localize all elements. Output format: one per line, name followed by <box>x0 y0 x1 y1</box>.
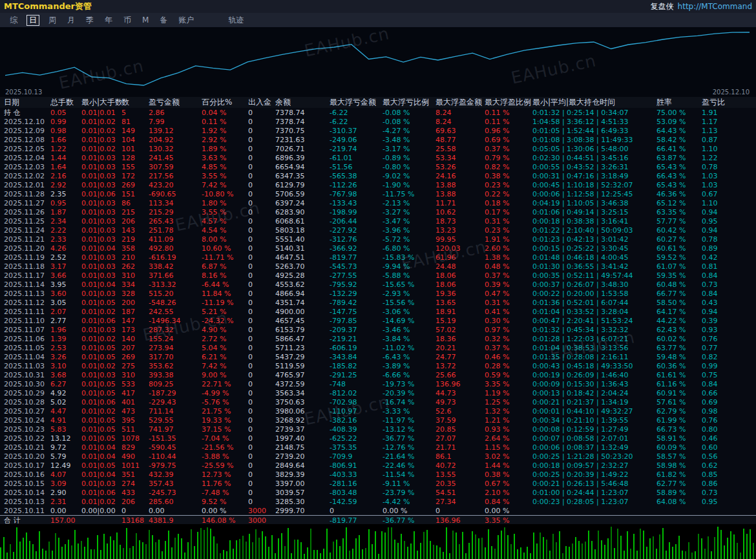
table-row[interactable]: 2025.10.164.070.01|0.04351432.3912.73 %0… <box>0 470 756 479</box>
cell-pl-amount: 711.14 <box>149 407 202 416</box>
chart-end-date: 2025.12.10 <box>713 89 750 96</box>
table-row[interactable]: 2025.10.285.020.01|0.06401-229.43-5.76 %… <box>0 397 756 406</box>
cell-pl-pct: 9.52 % <box>202 498 248 506</box>
cell-inout: 0 <box>248 380 275 388</box>
column-header: 余额 <box>275 97 330 108</box>
cell-count: 269 <box>121 181 149 189</box>
cell-max-float-profit-pct: 0.82 % <box>485 163 532 171</box>
table-row[interactable]: 2025.11.143.950.01|0.04334-313.32-6.44 %… <box>0 280 756 289</box>
cell-inout: 0 <box>248 498 275 506</box>
table-row[interactable]: 2025.10.219.720.01|0.04829-590.45-21.56 … <box>0 443 756 452</box>
table-row[interactable]: 2025.11.071.960.01|0.03173287.324.90 %06… <box>0 325 756 334</box>
table-row[interactable]: 2025.10.153.090.01|0.03274357.4311.76 %0… <box>0 479 756 488</box>
table-row[interactable]: 2025.10.2213.120.01|0.051078-151.35-7.04… <box>0 434 756 443</box>
volume-bar <box>507 535 509 559</box>
cell-hold-times: 0:01:23 | 0:42:13 | 3:01:42 <box>532 235 656 244</box>
table-row[interactable]: 持 仓0.050.01|0.0152.860.04 %07378.74-6.22… <box>0 108 756 117</box>
cell-pl-pct: 3.55 % <box>202 208 248 216</box>
table-row[interactable]: 2025.10.205.790.01|0.04490-110.44-3.88 %… <box>0 452 756 461</box>
table-row[interactable]: 2025.10.110.000.00|0.0000.000.00 %300029… <box>0 506 756 515</box>
cell-max-float-profit: 18.73 <box>436 217 485 226</box>
cell-pl-ratio: 1.22 <box>702 154 740 162</box>
table-row[interactable]: 2025.12.031.640.01|0.03155307.594.85 %06… <box>0 162 756 171</box>
table-row[interactable]: 2025.12.090.980.01|0.02149139.121.92 %07… <box>0 126 756 135</box>
tab-轨迹[interactable]: 轨迹 <box>226 16 246 25</box>
column-header: 百分比% <box>202 97 248 108</box>
table-row[interactable]: 2025.12.051.220.01|0.02101130.321.89 %07… <box>0 144 756 153</box>
tab-M[interactable]: M <box>140 16 151 25</box>
table-row[interactable]: 2025.11.043.260.01|0.05269317.706.21 %05… <box>0 352 756 361</box>
tab-周[interactable]: 周 <box>47 16 58 25</box>
tab-年[interactable]: 年 <box>103 16 114 25</box>
volume-bar <box>698 534 699 559</box>
volume-bar <box>640 529 641 559</box>
table-row[interactable]: 2025.11.112.070.01|0.02187242.555.21 %04… <box>0 307 756 316</box>
cell-date: 2025.11.18 <box>4 262 50 271</box>
table-row[interactable]: 2025.11.252.340.01|0.03206265.434.57 %06… <box>0 216 756 226</box>
cell-max-float-loss-pct: -36.77 % <box>383 434 436 443</box>
table-row[interactable]: 2025.11.242.220.01|0.03143251.784.54 %05… <box>0 226 756 235</box>
cell-win-rate: 59.52 % <box>656 253 702 262</box>
table-row[interactable]: 2025.10.132.310.01|0.02206285.609.52 %03… <box>0 497 756 506</box>
tab-季[interactable]: 季 <box>84 16 96 25</box>
tab-日[interactable]: 日 <box>26 15 39 26</box>
table-row[interactable]: 2025.10.142.900.01|0.06433-245.73-7.48 %… <box>0 488 756 497</box>
cell-lots: 2.52 <box>50 253 81 262</box>
table-row[interactable]: 2025.10.235.830.01|0.05511741.9737.15 %0… <box>0 425 756 434</box>
total-row[interactable]: 合 计157.00131684381.9146.08 %3000-819.77-… <box>0 515 756 524</box>
cell-pl-amount: 371.66 <box>149 271 202 280</box>
cell-max-float-profit-pct: 3.02 % <box>485 452 532 461</box>
table-row[interactable]: 2025.10.244.910.01|0.05395529.5519.33 %0… <box>0 416 756 425</box>
brand-url-link[interactable]: http://MTCommand <box>678 2 752 11</box>
tab-备[interactable]: 备 <box>158 16 169 25</box>
cell-max-float-profit: 24.77 <box>436 353 485 361</box>
cell-win-rate: 63.35 % <box>656 208 702 216</box>
table-row[interactable]: 2025.11.204.260.01|0.04358492.8010.60 %0… <box>0 244 756 253</box>
table-row[interactable]: 2025.11.123.050.01|0.05200-548.26-11.19 … <box>0 298 756 307</box>
table-row[interactable]: 2025.11.102.770.01|0.06147-1496.34-24.32… <box>0 316 756 325</box>
table-row[interactable]: 2025.11.061.390.01|0.02140155.242.72 %05… <box>0 334 756 343</box>
table-row[interactable]: 2025.11.270.950.01|0.0386113.341.80 %063… <box>0 198 756 207</box>
tab-账户[interactable]: 账户 <box>176 16 196 25</box>
table-row[interactable]: 2025.10.1712.490.01|0.051011-979.75-25.5… <box>0 461 756 470</box>
table-row[interactable]: 2025.10.274.470.01|0.02473711.1421.75 %0… <box>0 406 756 416</box>
table-row[interactable]: 2025.11.261.870.01|0.03215215.293.55 %06… <box>0 207 756 216</box>
table-row[interactable]: 2025.11.212.330.01|0.03219411.098.00 %05… <box>0 235 756 244</box>
table-row[interactable]: 2025.11.133.600.01|0.03328515.2011.84 %0… <box>0 289 756 298</box>
cell-pl-amount: 317.70 <box>149 353 202 361</box>
table-row[interactable]: 2025.12.041.440.01|0.03128241.453.63 %06… <box>0 153 756 162</box>
cell-balance: 2739.37 <box>275 425 330 434</box>
cell-max-float-loss-pct: -3.96 % <box>383 226 436 235</box>
cell-lots: 9.72 <box>50 443 81 452</box>
cell-hold-times: 0:01:30 | 0:36:55 | 3:41:42 <box>532 262 656 271</box>
cell-max-float-profit: 27.34 <box>436 498 485 506</box>
table-row[interactable]: 2025.12.100.990.01|0.02817.990.11 %07378… <box>0 117 756 126</box>
table-row[interactable]: 2025.11.192.520.01|0.03210-616.19-11.71 … <box>0 253 756 262</box>
table-row[interactable]: 2025.12.022.160.01|0.03172217.563.55 %06… <box>0 171 756 180</box>
tab-币[interactable]: 币 <box>121 16 133 25</box>
table-row[interactable]: 2025.10.294.920.01|0.05417-187.29-4.99 %… <box>0 388 756 397</box>
tab-月[interactable]: 月 <box>65 16 77 25</box>
table-row[interactable]: 2025.11.282.350.01|0.06151-690.65-10.80 … <box>0 189 756 198</box>
table-row[interactable]: 2025.11.173.660.01|0.03310371.668.16 %04… <box>0 271 756 280</box>
cell-max-float-loss: -795.92 <box>330 280 383 289</box>
cell-inout: 0 <box>248 226 275 235</box>
tab-综[interactable]: 综 <box>8 16 19 25</box>
cell-lots: 3.10 <box>50 362 81 370</box>
cell-pl-pct: -6.44 % <box>202 280 248 289</box>
table-row[interactable]: 2025.12.012.920.01|0.03269423.207.42 %06… <box>0 180 756 189</box>
cell-pl-ratio: 0.62 <box>702 461 740 470</box>
cell-max-float-profit-pct: 0.23 % <box>485 226 532 235</box>
table-row[interactable]: 2025.11.183.170.01|0.03262338.426.87 %05… <box>0 262 756 271</box>
cell-count: 274 <box>121 480 149 488</box>
table-row[interactable]: 2025.10.313.680.01|0.03310393.389.00 %04… <box>0 370 756 379</box>
volume-bar <box>384 533 386 559</box>
cell-pl-ratio: 0.89 <box>702 244 740 253</box>
table-row[interactable]: 2025.11.033.100.01|0.02275353.627.42 %05… <box>0 361 756 370</box>
table-row[interactable]: 2025.10.306.270.01|0.05533809.2522.71 %0… <box>0 379 756 388</box>
table-row[interactable]: 2025.12.081.660.01|0.03104204.922.92 %07… <box>0 135 756 144</box>
table-row[interactable]: 2025.11.052.530.01|0.05207273.945.04 %05… <box>0 343 756 352</box>
volume-bar <box>81 541 82 559</box>
cell-balance: 3039.57 <box>275 489 330 497</box>
cell-pl-amount: -616.19 <box>149 253 202 262</box>
